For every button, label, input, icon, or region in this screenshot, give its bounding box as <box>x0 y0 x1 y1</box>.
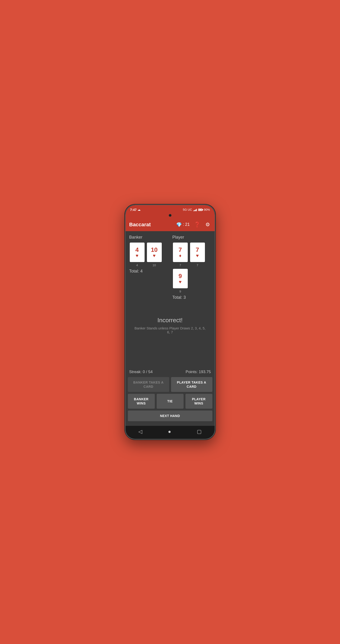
result-title: Incorrect! <box>157 317 182 324</box>
time-display: 7:47 <box>130 208 137 212</box>
result-subtitle: Banker Stands unless Player Draws 2, 3, … <box>134 326 206 334</box>
camera-notch <box>126 214 215 218</box>
app-bar: Baccarat 💎 : 21 ❓ ⚙ <box>126 218 215 231</box>
cards-row: Banker 4 ♥ 4 10 ♥ <box>129 235 211 300</box>
gem-score-display: 💎 : 21 <box>176 222 190 228</box>
player-cards: 7 ♦ 7 7 ♥ 7 <box>172 242 211 293</box>
status-time: 7:47 ☁ <box>130 208 140 212</box>
draw-buttons-row: BANKER TAKES A CARD PLAYER TAKES A CARD <box>128 377 212 392</box>
points-display: Points: 193.75 <box>186 370 211 374</box>
app-bar-actions: 💎 : 21 ❓ ⚙ <box>176 221 211 228</box>
player-takes-card-button[interactable]: PLAYER TAKES A CARD <box>171 377 212 392</box>
streak-display: Streak: 0 / 54 <box>129 370 153 374</box>
banker-card-2: 10 ♥ 10 <box>146 242 162 267</box>
status-bar: 7:47 ☁ 5G UC 90% <box>126 205 215 214</box>
gem-icon: 💎 <box>176 222 182 228</box>
back-button[interactable]: ◁ <box>138 429 142 435</box>
gem-value: 21 <box>185 222 190 227</box>
nav-bar: ◁ ● ▢ <box>126 426 215 439</box>
banker-label: Banker <box>129 235 168 240</box>
player-label: Player <box>172 235 211 240</box>
stats-bar: Streak: 0 / 54 Points: 193.75 <box>126 366 215 377</box>
player-wins-button[interactable]: PLAYER WINS <box>185 394 212 409</box>
banker-card-1: 4 ♥ 4 <box>129 242 145 267</box>
recents-button[interactable]: ▢ <box>197 429 202 435</box>
phone-frame: 7:47 ☁ 5G UC 90% Ba <box>125 204 215 440</box>
banker-total: Total: 4 <box>129 269 168 274</box>
banker-cards: 4 ♥ 4 10 ♥ 10 <box>129 242 168 267</box>
signal-icon <box>193 208 197 211</box>
battery-icon <box>198 209 202 211</box>
banker-hand: Banker 4 ♥ 4 10 ♥ <box>129 235 168 300</box>
tie-button[interactable]: TIE <box>157 394 184 409</box>
status-right: 5G UC 90% <box>183 208 210 212</box>
next-hand-row: NEXT HAND <box>128 410 212 421</box>
player-total: Total: 3 <box>172 295 211 300</box>
player-hand: Player 7 ♦ 7 7 ♥ <box>172 235 211 300</box>
result-area: Incorrect! Banker Stands unless Player D… <box>129 303 211 343</box>
banker-takes-card-button[interactable]: BANKER TAKES A CARD <box>128 377 169 392</box>
buttons-area: BANKER TAKES A CARD PLAYER TAKES A CARD … <box>126 377 215 426</box>
player-card-2: 7 ♥ 7 <box>190 242 205 267</box>
colon: : <box>183 222 184 227</box>
home-button[interactable]: ● <box>168 429 171 435</box>
banker-wins-button[interactable]: BANKER WINS <box>128 394 155 409</box>
player-card-3: 9 ♥ 9 <box>172 268 188 293</box>
help-button[interactable]: ❓ <box>193 221 201 228</box>
next-hand-button[interactable]: NEXT HAND <box>128 410 212 421</box>
settings-button[interactable]: ⚙ <box>204 221 211 228</box>
network-indicator: 5G UC <box>183 208 192 212</box>
app-title: Baccarat <box>129 222 151 228</box>
phone-screen: 7:47 ☁ 5G UC 90% Ba <box>126 205 215 439</box>
player-card-1: 7 ♦ 7 <box>172 242 188 267</box>
camera-dot <box>169 214 172 217</box>
game-content: Banker 4 ♥ 4 10 ♥ <box>126 231 215 366</box>
outcome-buttons-row: BANKER WINS TIE PLAYER WINS <box>128 394 212 409</box>
battery-percent: 90% <box>204 208 210 212</box>
